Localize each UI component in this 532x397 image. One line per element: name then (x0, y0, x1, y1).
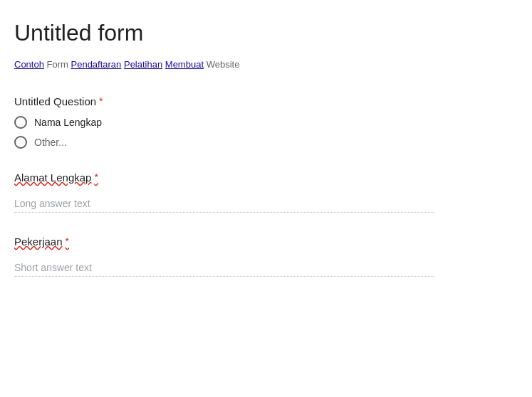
question-2-label: Alamat Lengkap * (14, 171, 518, 184)
radio-circle-2[interactable] (14, 136, 27, 149)
question-3-input-wrapper (14, 256, 434, 277)
radio-option-other[interactable]: Other... (14, 136, 518, 149)
question-2: Alamat Lengkap * (14, 171, 518, 213)
description-link-pendaftaran[interactable]: Pendaftaran (71, 59, 122, 70)
radio-label-other: Other... (34, 137, 67, 148)
form-title: Untitled form (14, 20, 518, 46)
question-2-input-wrapper (14, 192, 434, 213)
question-2-required: * (94, 171, 98, 183)
question-1: Untitled Question * Nama Lengkap Other..… (14, 95, 518, 149)
question-3: Pekerjaan * (14, 235, 518, 277)
radio-circle-1[interactable] (14, 116, 27, 129)
question-3-required: * (66, 235, 69, 247)
question-3-label: Pekerjaan * (14, 235, 518, 248)
question-1-label: Untitled Question * (14, 95, 518, 107)
description-link-membuat[interactable]: Membuat (165, 59, 204, 70)
radio-label-nama-lengkap: Nama Lengkap (34, 117, 102, 128)
question-1-required: * (99, 95, 103, 107)
long-answer-input[interactable] (14, 195, 434, 213)
description-link-contoh[interactable]: Contoh (14, 59, 44, 70)
description-text-website: Website (207, 59, 240, 70)
description-link-pelatihan[interactable]: Pelatihan (124, 59, 162, 70)
form-description: Contoh Form Pendaftaran Pelatihan Membua… (14, 58, 518, 73)
description-text-form: Form (47, 59, 71, 70)
radio-option-nama-lengkap[interactable]: Nama Lengkap (14, 116, 518, 129)
short-answer-input[interactable] (14, 259, 434, 277)
